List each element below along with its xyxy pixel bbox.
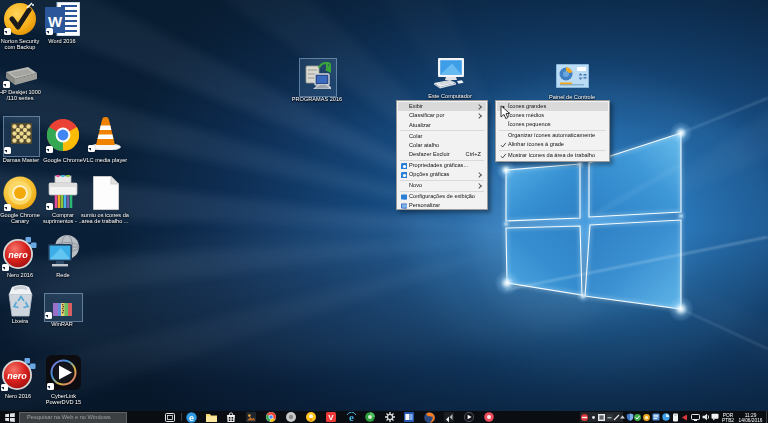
svg-text:e: e [189,413,194,423]
svg-text:V: V [328,413,334,422]
svg-text:nero: nero [7,371,27,381]
svg-text:nero: nero [8,250,28,260]
svg-text:e: e [349,412,354,423]
